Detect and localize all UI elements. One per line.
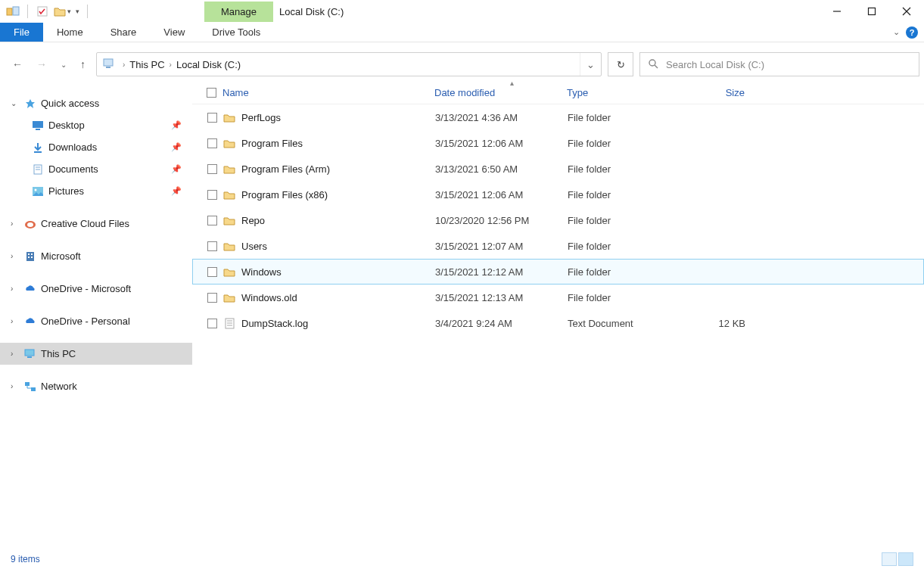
recent-locations-dropdown[interactable]: ⌄: [61, 61, 67, 69]
chevron-right-icon[interactable]: ›: [11, 317, 20, 325]
file-row[interactable]: DumpStack.log3/4/2021 9:24 AMText Docume…: [192, 310, 924, 336]
drive-tools-tab[interactable]: Drive Tools: [198, 23, 274, 42]
address-box[interactable]: › This PC › Local Disk (C:) ⌄: [96, 52, 602, 76]
breadcrumb-local-disk[interactable]: Local Disk (C:): [173, 59, 244, 70]
svg-point-9: [649, 60, 655, 66]
pin-icon[interactable]: 📌: [171, 164, 182, 174]
file-list: Name Date modified Type Size ▴ PerfLogs3…: [192, 82, 924, 549]
select-all-checkbox[interactable]: [200, 88, 222, 98]
back-button[interactable]: ←: [12, 58, 23, 70]
documents-icon: [32, 163, 44, 176]
chevron-right-icon[interactable]: ›: [168, 61, 173, 69]
row-checkbox[interactable]: [201, 293, 223, 303]
title-bar: ▾ ▾ Manage Local Disk (C:): [0, 0, 924, 23]
chevron-right-icon[interactable]: ›: [11, 219, 20, 228]
row-checkbox[interactable]: [201, 319, 223, 328]
chevron-right-icon[interactable]: ›: [11, 284, 20, 293]
row-checkbox[interactable]: [201, 113, 223, 123]
sidebar-downloads[interactable]: Downloads 📌: [0, 136, 192, 158]
details-view-button[interactable]: [882, 552, 897, 566]
file-row[interactable]: Windows.old3/15/2021 12:13 AMFile folder: [192, 284, 924, 310]
column-header-size[interactable]: Size: [677, 87, 745, 98]
file-row[interactable]: Program Files (x86)3/15/2021 12:06 AMFil…: [192, 182, 924, 207]
row-checkbox[interactable]: [201, 241, 223, 251]
large-icons-view-button[interactable]: [898, 552, 913, 566]
svg-rect-4: [869, 8, 876, 15]
sidebar-documents[interactable]: Documents 📌: [0, 158, 192, 180]
row-checkbox[interactable]: [201, 164, 223, 174]
file-row[interactable]: Program Files (Arm)3/13/2021 6:50 AMFile…: [192, 156, 924, 182]
sidebar-item-label: Desktop: [48, 120, 85, 131]
share-tab[interactable]: Share: [97, 23, 151, 42]
breadcrumb-this-pc[interactable]: This PC: [126, 59, 167, 70]
file-row[interactable]: Users3/15/2021 12:07 AMFile folder: [192, 233, 924, 259]
search-icon: [648, 58, 658, 71]
qat-folder-dropdown[interactable]: ▾: [54, 6, 71, 17]
sidebar-item-label: Microsoft: [41, 250, 81, 262]
file-row[interactable]: Program Files3/15/2021 12:06 AMFile fold…: [192, 130, 924, 156]
help-icon[interactable]: ?: [906, 26, 918, 39]
ribbon-expand-icon[interactable]: ⌄: [893, 27, 900, 37]
sidebar-creative-cloud[interactable]: › Creative Cloud Files: [0, 213, 192, 235]
svg-rect-8: [106, 67, 110, 68]
chevron-right-icon[interactable]: ›: [11, 252, 20, 260]
row-checkbox[interactable]: [201, 138, 223, 148]
pin-icon[interactable]: 📌: [171, 120, 182, 130]
chevron-right-icon[interactable]: ›: [121, 61, 126, 69]
sidebar-item-label: Documents: [48, 163, 98, 175]
sidebar-onedrive-microsoft[interactable]: › OneDrive - Microsoft: [0, 278, 192, 300]
file-row[interactable]: Repo10/23/2020 12:56 PMFile folder: [192, 207, 924, 233]
file-date: 3/15/2021 12:06 AM: [435, 138, 568, 149]
close-button[interactable]: [889, 0, 924, 23]
svg-rect-27: [25, 350, 34, 356]
network-icon: [24, 381, 36, 393]
file-row[interactable]: Windows3/15/2021 12:12 AMFile folder: [192, 259, 924, 284]
chevron-down-icon[interactable]: ⌄: [11, 99, 20, 107]
file-date: 3/13/2021 4:36 AM: [435, 112, 568, 123]
sidebar-item-label: Pictures: [48, 185, 84, 197]
home-tab[interactable]: Home: [43, 23, 97, 42]
address-dropdown[interactable]: ⌄: [580, 53, 601, 76]
forward-button[interactable]: →: [36, 58, 47, 70]
search-box[interactable]: [639, 52, 919, 76]
qat-customize-dropdown[interactable]: ▾: [76, 8, 79, 15]
file-row[interactable]: PerfLogs3/13/2021 4:36 AMFile folder: [192, 104, 924, 130]
properties-icon[interactable]: [36, 5, 49, 18]
sidebar-microsoft[interactable]: › Microsoft: [0, 245, 192, 267]
folder-icon: [223, 214, 235, 226]
address-bar: ← → ⌄ ↑ › This PC › Local Disk (C:) ⌄ ↻: [8, 50, 919, 79]
file-name: Windows.old: [241, 292, 297, 303]
sidebar-desktop[interactable]: Desktop 📌: [0, 114, 192, 136]
sidebar-onedrive-personal[interactable]: › OneDrive - Personal: [0, 310, 192, 332]
chevron-right-icon[interactable]: ›: [11, 350, 20, 358]
pin-icon[interactable]: 📌: [171, 186, 182, 196]
refresh-button[interactable]: ↻: [608, 52, 633, 76]
pin-icon[interactable]: 📌: [171, 142, 182, 152]
file-name: Windows: [241, 266, 282, 278]
sidebar-this-pc[interactable]: › This PC: [0, 343, 192, 365]
row-checkbox[interactable]: [201, 190, 223, 200]
column-header-name[interactable]: Name: [222, 87, 434, 98]
view-tab[interactable]: View: [150, 23, 198, 42]
building-icon: [24, 250, 36, 263]
sidebar-network[interactable]: › Network: [0, 375, 192, 397]
file-type: File folder: [568, 112, 677, 123]
manage-context-tab[interactable]: Manage: [204, 2, 273, 22]
up-button[interactable]: ↑: [80, 58, 86, 70]
maximize-button[interactable]: [854, 0, 889, 23]
chevron-right-icon[interactable]: ›: [11, 382, 20, 390]
column-header-date[interactable]: Date modified: [434, 87, 567, 98]
file-type: File folder: [568, 189, 677, 201]
pc-icon: [24, 348, 36, 360]
file-tab[interactable]: File: [0, 23, 43, 42]
file-size: 12 KB: [677, 318, 745, 329]
sidebar-pictures[interactable]: Pictures 📌: [0, 180, 192, 202]
row-checkbox[interactable]: [201, 267, 223, 277]
column-header-type[interactable]: Type: [567, 87, 677, 98]
file-date: 3/15/2021 12:06 AM: [435, 189, 568, 201]
search-input[interactable]: [666, 59, 911, 70]
minimize-button[interactable]: [820, 0, 854, 23]
explorer-icon: [6, 5, 20, 18]
sidebar-quick-access[interactable]: ⌄ Quick access: [0, 92, 192, 114]
row-checkbox[interactable]: [201, 216, 223, 225]
